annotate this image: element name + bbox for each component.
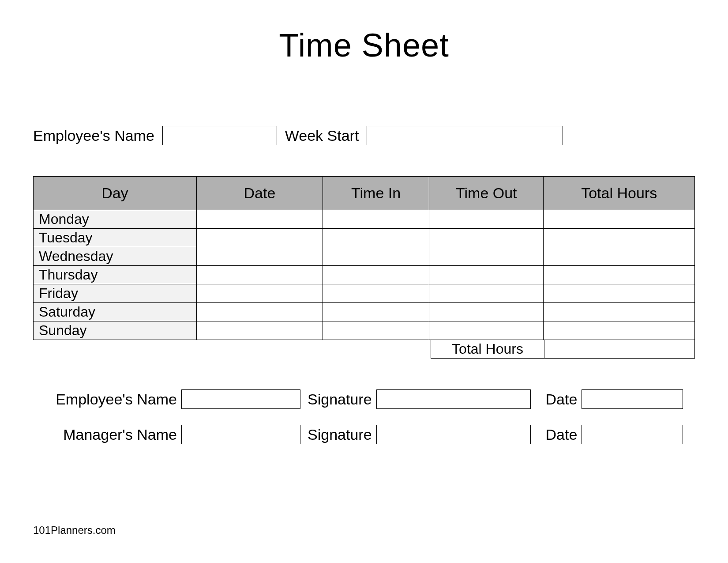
time-in-cell[interactable] <box>323 210 429 229</box>
manager-signature-label: Signature <box>308 426 372 443</box>
employee-name-label-2: Employee's Name <box>45 391 177 408</box>
day-cell: Monday <box>34 210 197 229</box>
table-row: Monday <box>34 210 695 229</box>
date-cell[interactable] <box>196 266 323 284</box>
employee-date-input[interactable] <box>582 389 683 409</box>
table-row: Sunday <box>34 321 695 340</box>
column-time-out: Time Out <box>429 177 544 210</box>
date-cell[interactable] <box>196 247 323 266</box>
day-cell: Thursday <box>34 266 197 284</box>
total-hours-label: Total Hours <box>431 340 544 359</box>
manager-name-input[interactable] <box>181 425 300 444</box>
date-cell[interactable] <box>196 303 323 321</box>
week-start-label: Week Start <box>285 127 359 144</box>
column-time-in: Time In <box>323 177 429 210</box>
time-in-cell[interactable] <box>323 266 429 284</box>
employee-signature-input[interactable] <box>376 389 531 409</box>
header-fields: Employee's Name Week Start <box>33 126 695 145</box>
time-out-cell[interactable] <box>429 284 544 303</box>
day-cell: Tuesday <box>34 229 197 247</box>
date-cell[interactable] <box>196 210 323 229</box>
column-date: Date <box>196 177 323 210</box>
manager-date-input[interactable] <box>582 425 683 444</box>
time-out-cell[interactable] <box>429 247 544 266</box>
column-day: Day <box>34 177 197 210</box>
employee-name-label: Employee's Name <box>33 127 154 144</box>
employee-date-label: Date <box>546 391 578 408</box>
manager-signature-row: Manager's Name Signature Date <box>45 425 695 444</box>
employee-signature-row: Employee's Name Signature Date <box>45 389 695 409</box>
employee-name-input-2[interactable] <box>181 389 300 409</box>
day-cell: Sunday <box>34 321 197 340</box>
date-cell[interactable] <box>196 284 323 303</box>
time-out-cell[interactable] <box>429 321 544 340</box>
table-header-row: Day Date Time In Time Out Total Hours <box>34 177 695 210</box>
page-title: Time Sheet <box>33 26 695 64</box>
time-out-cell[interactable] <box>429 210 544 229</box>
footer-attribution: 101Planners.com <box>33 524 116 537</box>
manager-signature-input[interactable] <box>376 425 531 444</box>
week-start-input[interactable] <box>367 126 563 145</box>
total-cell[interactable] <box>544 210 695 229</box>
table-row: Saturday <box>34 303 695 321</box>
total-cell[interactable] <box>544 266 695 284</box>
table-row: Thursday <box>34 266 695 284</box>
total-cell[interactable] <box>544 321 695 340</box>
manager-name-label: Manager's Name <box>45 426 177 443</box>
timesheet-table: Day Date Time In Time Out Total Hours Mo… <box>33 176 695 340</box>
table-row: Friday <box>34 284 695 303</box>
employee-signature-label: Signature <box>308 391 372 408</box>
time-out-cell[interactable] <box>429 303 544 321</box>
time-in-cell[interactable] <box>323 284 429 303</box>
table-row: Tuesday <box>34 229 695 247</box>
time-out-cell[interactable] <box>429 229 544 247</box>
column-total-hours: Total Hours <box>544 177 695 210</box>
total-cell[interactable] <box>544 284 695 303</box>
day-cell: Friday <box>34 284 197 303</box>
employee-name-input[interactable] <box>162 126 277 145</box>
time-in-cell[interactable] <box>323 303 429 321</box>
time-out-cell[interactable] <box>429 266 544 284</box>
table-row: Wednesday <box>34 247 695 266</box>
manager-date-label: Date <box>546 426 578 443</box>
total-cell[interactable] <box>544 229 695 247</box>
total-cell[interactable] <box>544 247 695 266</box>
total-cell[interactable] <box>544 303 695 321</box>
total-hours-value[interactable] <box>544 340 695 359</box>
date-cell[interactable] <box>196 229 323 247</box>
time-in-cell[interactable] <box>323 247 429 266</box>
time-in-cell[interactable] <box>323 321 429 340</box>
day-cell: Wednesday <box>34 247 197 266</box>
date-cell[interactable] <box>196 321 323 340</box>
total-hours-row: Total Hours <box>33 340 695 359</box>
day-cell: Saturday <box>34 303 197 321</box>
time-in-cell[interactable] <box>323 229 429 247</box>
